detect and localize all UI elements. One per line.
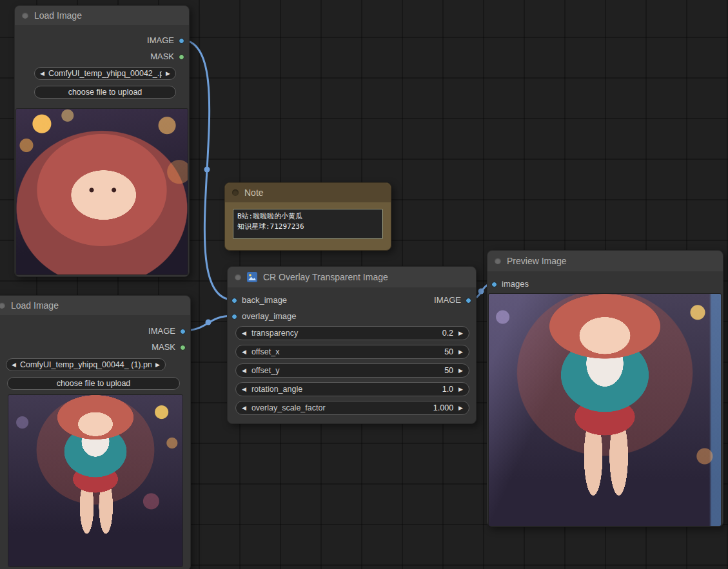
output-dot-mask[interactable] bbox=[179, 54, 184, 60]
note-line: 知识星球:71297236 bbox=[237, 222, 304, 231]
widget-label: offset_x bbox=[251, 347, 280, 356]
node-title-bar[interactable]: CR Overlay Transparent Image bbox=[228, 267, 476, 287]
decrement-arrow[interactable]: ◀ bbox=[242, 368, 246, 374]
output-dot-image[interactable] bbox=[466, 298, 471, 304]
widget-offset-y[interactable]: ◀ offset_y 50 ▶ bbox=[235, 363, 469, 378]
link-midpoint-dot bbox=[206, 320, 212, 325]
node-title: Note bbox=[244, 188, 264, 198]
increment-arrow[interactable]: ▶ bbox=[458, 349, 463, 355]
widget-value: 0.2 bbox=[442, 329, 453, 338]
widget-value: 1.000 bbox=[433, 403, 453, 412]
filename-combo[interactable]: ◀ ComfyUI_temp_yhipq_00044_ (1).png ▶ bbox=[6, 358, 166, 371]
combo-right-arrow[interactable]: ▶ bbox=[155, 362, 160, 368]
output-slot-mask: MASK bbox=[150, 51, 184, 63]
node-preview-image[interactable]: Preview Image images bbox=[487, 250, 723, 527]
input-dot-overlay-image[interactable] bbox=[231, 314, 237, 320]
output-dot-image[interactable] bbox=[179, 38, 184, 44]
decrement-arrow[interactable]: ◀ bbox=[242, 331, 246, 336]
node-load-image-top[interactable]: Load Image IMAGE MASK ◀ ComfyUI_temp_yhi… bbox=[14, 5, 190, 277]
widget-value: 50 bbox=[444, 347, 453, 356]
collapse-dot[interactable] bbox=[235, 274, 241, 280]
output-dot-image[interactable] bbox=[180, 329, 186, 334]
combo-left-arrow[interactable]: ◀ bbox=[40, 71, 44, 77]
widget-label: overlay_scale_factor bbox=[251, 403, 326, 412]
slot-label: overlay_image bbox=[242, 311, 297, 322]
input-slot-back-image: back_image bbox=[231, 294, 287, 306]
choose-file-button[interactable]: choose file to upload bbox=[34, 86, 176, 99]
slot-label: images bbox=[502, 278, 529, 290]
image-preview bbox=[489, 294, 721, 526]
widget-label: offset_y bbox=[251, 366, 280, 375]
note-textarea[interactable]: B站:啦啦啦的小黄瓜知识星球:71297236 bbox=[233, 209, 383, 239]
increment-arrow[interactable]: ▶ bbox=[458, 368, 463, 374]
decrement-arrow[interactable]: ◀ bbox=[242, 405, 246, 411]
collapse-dot[interactable] bbox=[232, 189, 239, 196]
slot-label: IMAGE bbox=[434, 294, 461, 306]
input-dot-images[interactable] bbox=[491, 282, 497, 287]
node-graph-canvas[interactable]: Load Image IMAGE MASK ◀ ComfyUI_temp_yhi… bbox=[0, 0, 728, 569]
node-title-bar[interactable]: Note bbox=[225, 183, 391, 202]
choose-file-button[interactable]: choose file to upload bbox=[7, 377, 180, 390]
input-dot-back-image[interactable] bbox=[231, 298, 237, 304]
input-slot-overlay-image: overlay_image bbox=[231, 311, 297, 322]
output-slot-image: IMAGE bbox=[147, 35, 184, 46]
node-title-bar[interactable]: Preview Image bbox=[487, 251, 723, 271]
slot-label: back_image bbox=[242, 294, 287, 306]
widget-label: rotation_angle bbox=[251, 385, 302, 394]
node-cr-overlay-transparent-image[interactable]: CR Overlay Transparent Image back_image … bbox=[227, 266, 477, 424]
decrement-arrow[interactable]: ◀ bbox=[242, 387, 246, 392]
combo-left-arrow[interactable]: ◀ bbox=[12, 362, 16, 368]
node-title: CR Overlay Transparent Image bbox=[263, 272, 388, 282]
collapse-dot[interactable] bbox=[495, 258, 501, 264]
slot-label: IMAGE bbox=[147, 35, 174, 46]
image-preview bbox=[8, 395, 182, 566]
link-midpoint-dot bbox=[478, 289, 484, 294]
increment-arrow[interactable]: ▶ bbox=[458, 405, 463, 411]
link-midpoint-dot bbox=[204, 167, 210, 173]
widget-overlay-scale-factor[interactable]: ◀ overlay_scale_factor 1.000 ▶ bbox=[235, 401, 469, 415]
node-title: Load Image bbox=[34, 10, 82, 21]
collapse-dot[interactable] bbox=[22, 12, 28, 19]
widget-value: 50 bbox=[444, 366, 453, 375]
increment-arrow[interactable]: ▶ bbox=[458, 331, 463, 336]
filename-combo[interactable]: ◀ ComfyUI_temp_yhipq_00042_.png ▶ bbox=[34, 67, 176, 80]
choose-file-label: choose file to upload bbox=[68, 88, 143, 97]
widget-rotation-angle[interactable]: ◀ rotation_angle 1.0 ▶ bbox=[235, 382, 469, 396]
image-icon bbox=[247, 272, 257, 282]
output-slot-mask: MASK bbox=[152, 342, 186, 353]
filename-text: ComfyUI_temp_yhipq_00042_.png bbox=[48, 69, 162, 78]
filename-text: ComfyUI_temp_yhipq_00044_ (1).png bbox=[20, 360, 152, 369]
node-title-bar[interactable]: Load Image bbox=[15, 6, 189, 25]
collapse-dot[interactable] bbox=[0, 302, 5, 309]
widget-value: 1.0 bbox=[442, 385, 453, 394]
combo-right-arrow[interactable]: ▶ bbox=[166, 71, 170, 77]
node-title-bar[interactable]: Load Image bbox=[0, 296, 190, 315]
node-load-image-bottom[interactable]: Load Image IMAGE MASK ◀ ComfyUI_temp_yhi… bbox=[0, 295, 191, 569]
choose-file-label: choose file to upload bbox=[57, 379, 131, 388]
widget-offset-x[interactable]: ◀ offset_x 50 ▶ bbox=[235, 345, 469, 359]
output-slot-image: IMAGE bbox=[434, 294, 471, 306]
note-line: B站:啦啦啦的小黄瓜 bbox=[237, 212, 302, 220]
slot-label: MASK bbox=[150, 51, 174, 63]
decrement-arrow[interactable]: ◀ bbox=[242, 349, 246, 355]
node-note[interactable]: Note B站:啦啦啦的小黄瓜知识星球:71297236 bbox=[224, 182, 391, 251]
image-preview bbox=[16, 109, 188, 275]
node-title: Preview Image bbox=[507, 256, 567, 266]
output-slot-image: IMAGE bbox=[148, 325, 186, 337]
widget-transparency[interactable]: ◀ transparency 0.2 ▶ bbox=[235, 326, 469, 340]
increment-arrow[interactable]: ▶ bbox=[458, 387, 463, 392]
slot-label: IMAGE bbox=[148, 325, 175, 337]
widget-label: transparency bbox=[251, 329, 298, 338]
input-slot-images: images bbox=[491, 278, 529, 290]
slot-label: MASK bbox=[152, 342, 175, 353]
output-dot-mask[interactable] bbox=[180, 345, 186, 351]
node-title: Load Image bbox=[11, 300, 59, 311]
